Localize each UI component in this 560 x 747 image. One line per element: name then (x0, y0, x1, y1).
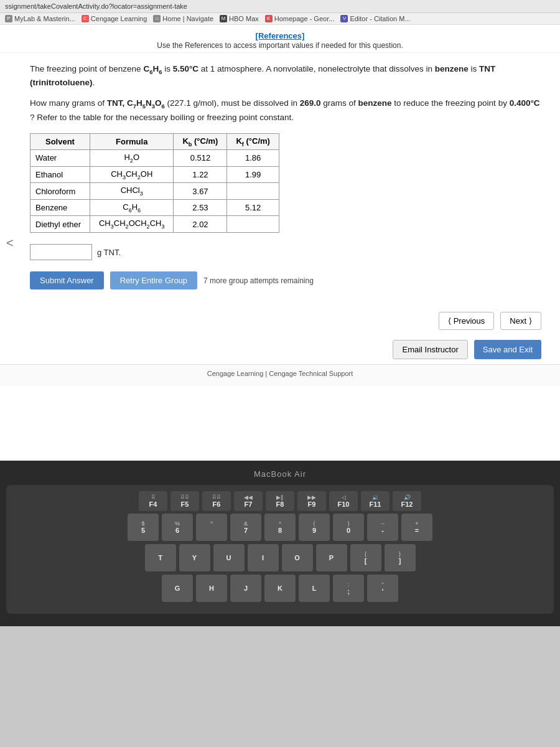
key-j[interactable]: J (230, 575, 261, 602)
table-row: Diethyl ether CH3CH2OCH2CH3 2.02 (30, 216, 279, 233)
key-bracket-right[interactable]: } ] (385, 544, 416, 571)
tyuiop-row: T Y U I O P { [ } ] (11, 544, 549, 571)
action-row: Email Instructor Save and Exit (0, 336, 560, 364)
key-h[interactable]: H (196, 575, 227, 602)
bookmark-mylab[interactable]: P MyLab & Masterin... (5, 15, 75, 22)
key-8[interactable]: * 8 (264, 514, 296, 541)
email-instructor-button[interactable]: Email Instructor (393, 340, 467, 359)
key-f6[interactable]: ⠿⠿ F6 (202, 491, 231, 511)
key-f9[interactable]: ▶▶ F9 (297, 491, 326, 511)
left-nav-arrow[interactable]: < (6, 236, 14, 250)
col-header-solvent: Solvent (30, 133, 90, 150)
key-g[interactable]: G (162, 575, 193, 602)
key-t[interactable]: T (145, 544, 176, 571)
col-header-formula: Formula (90, 133, 173, 150)
hbo-icon: M (220, 15, 227, 22)
ghjkl-row: G H J K L : ; " ' (11, 575, 549, 602)
answer-unit-label: g TNT. (97, 248, 121, 257)
key-quote[interactable]: " ' (367, 575, 398, 602)
bookmark-hbo[interactable]: M HBO Max (220, 15, 259, 22)
key-6[interactable]: % 6 (162, 514, 193, 541)
button-row: Submit Answer Retry Entire Group 7 more … (30, 271, 540, 289)
table-row: Ethanol CH3CH2OH 1.22 1.99 (30, 166, 279, 183)
references-description: Use the References to access important v… (0, 41, 560, 50)
question-intro: The freezing point of benzene C6H6 is 5.… (30, 63, 540, 90)
key-y[interactable]: Y (179, 544, 210, 571)
key-u[interactable]: U (213, 544, 245, 571)
key-9[interactable]: ( 9 (299, 514, 330, 541)
col-header-kf: Kf (°C/m) (227, 133, 279, 150)
references-banner: [References] Use the References to acces… (0, 25, 560, 53)
table-row: Water H2O 0.512 1.86 (30, 150, 279, 167)
key-f7[interactable]: ◀◀ F7 (234, 491, 263, 511)
key-f11[interactable]: 🔉 F11 (361, 491, 390, 511)
key-i[interactable]: I (248, 544, 279, 571)
mylab-icon: P (5, 15, 12, 22)
key-f12[interactable]: 🔊 F12 (393, 491, 421, 511)
key-o[interactable]: O (282, 544, 313, 571)
key-caret[interactable]: ^ (196, 514, 227, 541)
chevron-left-icon: ⟨ (448, 316, 451, 326)
macbook-label: MacBook Air (6, 469, 554, 479)
nav-row: ⟨ Previous Next ⟩ (0, 299, 560, 336)
home-icon: ⌂ (153, 15, 161, 22)
key-equals[interactable]: + = (401, 514, 432, 541)
bookmarks-bar: P MyLab & Masterin... C Cengage Learning… (0, 13, 560, 25)
bookmark-home-navigate[interactable]: ⌂ Home | Navigate (153, 15, 213, 22)
number-key-row: $ 5 % 6 ^ & 7 * 8 ( 9 (11, 514, 549, 541)
key-f10[interactable]: ◁ F10 (329, 491, 358, 511)
submit-answer-button[interactable]: Submit Answer (30, 271, 104, 289)
table-row: Benzene C6H6 2.53 5.12 (30, 199, 279, 216)
table-row: Chloroform CHCl3 3.67 (30, 183, 279, 200)
key-f8[interactable]: ▶‖ F8 (266, 491, 294, 511)
fn-key-row: ⠿ F4 ⠿⠿ F5 ⠿⠿ F6 ◀◀ F7 ▶‖ F8 ▶▶ F9 (11, 491, 549, 511)
key-k[interactable]: K (264, 575, 296, 602)
next-button[interactable]: Next ⟩ (500, 312, 541, 330)
chevron-right-icon: ⟩ (529, 316, 532, 326)
key-semicolon[interactable]: : ; (333, 575, 364, 602)
question-container: The freezing point of benzene C6H6 is 5.… (0, 53, 560, 299)
answer-input[interactable] (30, 244, 92, 260)
keyboard-area: MacBook Air ⠿ F4 ⠿⠿ F5 ⠿⠿ F6 ◀◀ F7 ▶‖ F8 (0, 461, 560, 626)
footer: Cengage Learning | Cengage Technical Sup… (0, 364, 560, 386)
bookmark-editor[interactable]: V Editor - Citation M... (340, 15, 410, 22)
key-l[interactable]: L (299, 575, 330, 602)
editor-icon: V (340, 15, 348, 22)
save-exit-button[interactable]: Save and Exit (474, 340, 541, 359)
browser-url-bar: ssignment/takeCovalentActivity.do?locato… (0, 0, 560, 13)
homepage-icon: E (265, 15, 273, 22)
constants-table: Solvent Formula Kb (°C/m) Kf (°C/m) Wate… (30, 133, 279, 233)
key-bracket-left[interactable]: { [ (350, 544, 381, 571)
key-f4[interactable]: ⠿ F4 (139, 491, 167, 511)
answer-row: g TNT. (30, 244, 540, 260)
bookmark-homepage[interactable]: E Homepage - Geor... (265, 15, 335, 22)
key-0[interactable]: ) 0 (333, 514, 364, 541)
key-p[interactable]: P (316, 544, 347, 571)
retry-group-button[interactable]: Retry Entire Group (110, 271, 197, 289)
references-link[interactable]: [References] (256, 31, 305, 40)
key-f5[interactable]: ⠿⠿ F5 (170, 491, 199, 511)
previous-button[interactable]: ⟨ Previous (439, 312, 495, 330)
attempts-remaining: 7 more group attempts remaining (203, 276, 314, 285)
question-body: How many grams of TNT, C7H5N3O6 (227.1 g… (30, 97, 540, 124)
main-content: < [References] Use the References to acc… (0, 25, 560, 461)
cengage-icon: C (82, 15, 89, 22)
keyboard: ⠿ F4 ⠿⠿ F5 ⠿⠿ F6 ◀◀ F7 ▶‖ F8 ▶▶ F9 (6, 485, 554, 614)
key-minus[interactable]: – - (367, 514, 398, 541)
bookmark-cengage[interactable]: C Cengage Learning (82, 15, 147, 22)
col-header-kb: Kb (°C/m) (174, 133, 227, 150)
key-5[interactable]: $ 5 (128, 514, 159, 541)
key-7[interactable]: & 7 (230, 514, 261, 541)
